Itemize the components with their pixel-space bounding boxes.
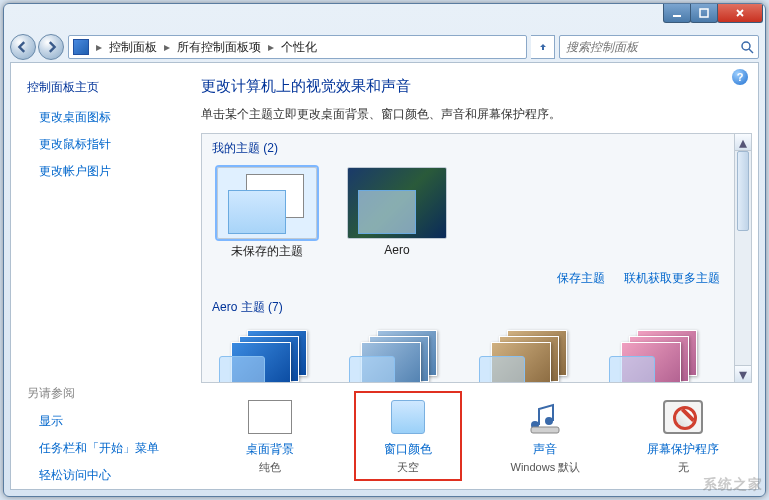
search-input[interactable] bbox=[560, 40, 736, 54]
chevron-right-icon: ▸ bbox=[161, 40, 173, 54]
sidebar-home[interactable]: 控制面板主页 bbox=[11, 79, 181, 104]
close-button[interactable] bbox=[717, 4, 763, 23]
sidebar-link-mouse-pointers[interactable]: 更改鼠标指针 bbox=[11, 131, 181, 158]
section-my-themes: 我的主题 (2) bbox=[202, 134, 734, 161]
title-bar bbox=[4, 4, 765, 32]
scrollbar[interactable]: ▴ ▾ bbox=[734, 134, 751, 382]
theme-item[interactable] bbox=[212, 326, 322, 383]
crumb-personalization[interactable]: 个性化 bbox=[277, 39, 321, 56]
refresh-button[interactable] bbox=[531, 35, 555, 59]
theme-aero[interactable]: Aero bbox=[342, 167, 452, 260]
window-color-icon bbox=[384, 397, 432, 437]
settings-bar: 桌面背景 纯色 窗口颜色 天空 声音 Windows 默认 屏幕保护程序 无 bbox=[201, 383, 752, 483]
theme-unsaved[interactable]: 未保存的主题 bbox=[212, 167, 322, 260]
svg-rect-1 bbox=[700, 9, 708, 17]
page-title: 更改计算机上的视觉效果和声音 bbox=[201, 77, 752, 96]
more-themes-link[interactable]: 联机获取更多主题 bbox=[624, 271, 720, 285]
setting-screensaver[interactable]: 屏幕保护程序 无 bbox=[629, 391, 737, 481]
scroll-down-button[interactable]: ▾ bbox=[735, 365, 751, 382]
help-icon[interactable]: ? bbox=[732, 69, 748, 85]
svg-rect-5 bbox=[531, 427, 559, 433]
svg-point-4 bbox=[545, 417, 553, 425]
svg-rect-0 bbox=[673, 15, 681, 17]
theme-label: 未保存的主题 bbox=[212, 243, 322, 260]
nav-forward-button[interactable] bbox=[38, 34, 64, 60]
setting-desktop-background[interactable]: 桌面背景 纯色 bbox=[216, 391, 324, 481]
chevron-right-icon: ▸ bbox=[265, 40, 277, 54]
search-icon[interactable] bbox=[736, 36, 758, 58]
nav-back-button[interactable] bbox=[10, 34, 36, 60]
sidebar-link-display[interactable]: 显示 bbox=[11, 408, 181, 435]
sidebar-link-ease-of-access[interactable]: 轻松访问中心 bbox=[11, 462, 181, 489]
sound-icon bbox=[521, 397, 569, 437]
screensaver-icon bbox=[659, 397, 707, 437]
minimize-button[interactable] bbox=[663, 4, 691, 23]
theme-item[interactable] bbox=[342, 326, 452, 383]
theme-actions: 保存主题 联机获取更多主题 bbox=[202, 266, 734, 293]
maximize-button[interactable] bbox=[690, 4, 718, 23]
sidebar-link-desktop-icons[interactable]: 更改桌面图标 bbox=[11, 104, 181, 131]
scroll-up-button[interactable]: ▴ bbox=[735, 134, 751, 151]
scroll-thumb[interactable] bbox=[737, 151, 749, 231]
theme-item[interactable] bbox=[602, 326, 712, 383]
chevron-right-icon: ▸ bbox=[93, 40, 105, 54]
setting-window-color[interactable]: 窗口颜色 天空 bbox=[354, 391, 462, 481]
desktop-background-icon bbox=[246, 397, 294, 437]
content-body: 控制面板主页 更改桌面图标 更改鼠标指针 更改帐户图片 另请参阅 显示 任务栏和… bbox=[10, 62, 759, 490]
crumb-control-panel[interactable]: 控制面板 bbox=[105, 39, 161, 56]
breadcrumb-bar[interactable]: ▸ 控制面板 ▸ 所有控制面板项 ▸ 个性化 bbox=[68, 35, 527, 59]
setting-sound[interactable]: 声音 Windows 默认 bbox=[491, 391, 599, 481]
svg-point-2 bbox=[742, 42, 750, 50]
control-panel-icon bbox=[73, 39, 89, 55]
section-aero-themes: Aero 主题 (7) bbox=[202, 293, 734, 320]
personalization-window: ▸ 控制面板 ▸ 所有控制面板项 ▸ 个性化 控制面板主页 更改桌面图标 更改鼠… bbox=[3, 3, 766, 497]
main-panel: ? 更改计算机上的视觉效果和声音 单击某个主题立即更改桌面背景、窗口颜色、声音和… bbox=[181, 63, 758, 489]
page-description: 单击某个主题立即更改桌面背景、窗口颜色、声音和屏幕保护程序。 bbox=[201, 106, 752, 123]
themes-container: 我的主题 (2) 未保存的主题 Aero 保存主题 联机获取更多主 bbox=[201, 133, 752, 383]
address-bar: ▸ 控制面板 ▸ 所有控制面板项 ▸ 个性化 bbox=[4, 32, 765, 62]
see-also-label: 另请参阅 bbox=[11, 385, 181, 408]
sidebar-link-account-picture[interactable]: 更改帐户图片 bbox=[11, 158, 181, 185]
theme-label: Aero bbox=[342, 243, 452, 257]
sidebar-link-taskbar[interactable]: 任务栏和「开始」菜单 bbox=[11, 435, 181, 462]
crumb-all-items[interactable]: 所有控制面板项 bbox=[173, 39, 265, 56]
search-box[interactable] bbox=[559, 35, 759, 59]
sidebar: 控制面板主页 更改桌面图标 更改鼠标指针 更改帐户图片 另请参阅 显示 任务栏和… bbox=[11, 63, 181, 489]
save-theme-link[interactable]: 保存主题 bbox=[557, 271, 605, 285]
theme-item[interactable] bbox=[472, 326, 582, 383]
